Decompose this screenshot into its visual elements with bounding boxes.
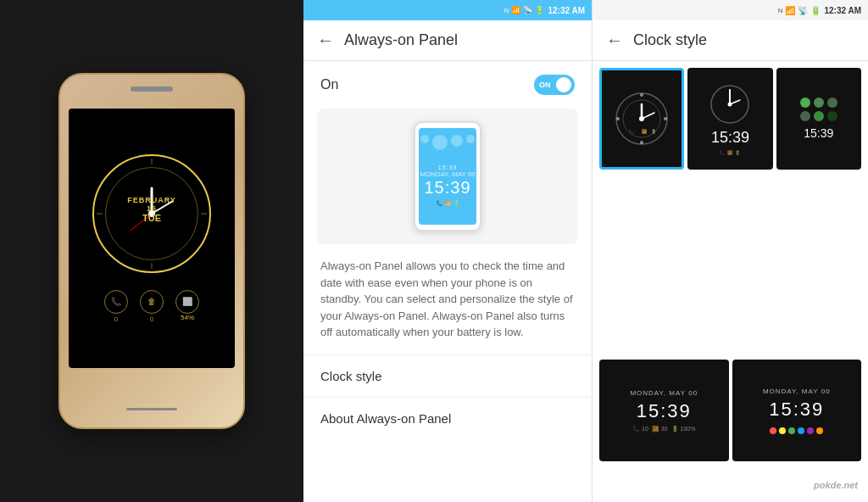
clock-2-time: 15:39 (711, 129, 749, 147)
preview-date-label: 15:39 (438, 165, 458, 170)
bubble-4 (466, 135, 475, 143)
color-dot-yellow (779, 427, 786, 434)
clock-thumb-5-inner: MONDAY, MAY 00 15:39 (732, 360, 862, 461)
nfc-icon: N (504, 7, 509, 14)
analog-clock-1: 📞 📶 🔋 (612, 89, 671, 148)
svg-text:🔋: 🔋 (651, 129, 657, 135)
clock-style-3-color-dots[interactable]: 15:39 (776, 68, 861, 170)
phone-speaker (131, 86, 173, 92)
right-status-icons: N 📶 📡 🔋 (778, 6, 821, 15)
preview-icon-2: 📶 (445, 200, 451, 206)
right-back-arrow-button[interactable]: ← (606, 31, 623, 50)
clock-thumb-2-inner: 15:39 📞 📶 🔋 (687, 68, 772, 170)
panel-header: ← Always-on Panel (303, 20, 592, 61)
phone-icon-battery: ⬜ (175, 290, 199, 314)
preview-box: 15:39 MONDAY, MAY 00 15:39 📞 📶 🔋 (317, 109, 578, 244)
toggle-row: On ON (303, 61, 592, 109)
phone-screen: FEBRUARY 16 TUE 📞 0 🗑 0 (69, 109, 235, 368)
battery-percentage: 54% (181, 314, 194, 321)
right-panel-header: ← Clock style (593, 20, 868, 61)
svg-point-23 (728, 102, 732, 106)
svg-point-11 (640, 141, 643, 144)
color-dot-orange (816, 427, 823, 434)
preview-time-area: 15:39 MONDAY, MAY 00 15:39 📞 📶 🔋 (420, 165, 476, 206)
clock-4-time: 15:39 (637, 400, 692, 422)
wifi-icon: 📡 (523, 6, 532, 14)
dot-darkgreen (814, 111, 824, 121)
watermark-area: pokde.net (593, 468, 868, 502)
right-panel-title: Clock style (633, 31, 707, 49)
svg-text:📶: 📶 (642, 129, 648, 135)
preview-day: MONDAY, MAY 00 (420, 170, 476, 178)
description-text: Always-on Panel allows you to check the … (303, 258, 592, 354)
dot-darkestgreen (827, 111, 837, 121)
phone-device: FEBRUARY 16 TUE 📞 0 🗑 0 (58, 73, 245, 429)
phone-screen-icons: 📞 0 🗑 0 ⬜ 54% (104, 290, 199, 323)
color-dot-grid (800, 98, 837, 121)
signal-icon: 📶 (511, 6, 520, 14)
clock-style-menu-item[interactable]: Clock style (303, 354, 592, 397)
clock-style-grid: 📞 📶 🔋 15:39 📞 📶 🔋 (593, 61, 868, 360)
clock-thumb-4-inner: MONDAY, MAY 00 15:39 📞 10 📶 30 🔋 100% (599, 360, 729, 461)
bubble-row (419, 135, 476, 150)
toggle-label: On (320, 77, 338, 92)
preview-screen: 15:39 MONDAY, MAY 00 15:39 📞 📶 🔋 (419, 128, 476, 225)
clock-style-1-analog[interactable]: 📞 📶 🔋 (599, 68, 684, 170)
right-nfc-icon: N (778, 7, 783, 14)
dot-green-1 (800, 98, 810, 108)
battery-icon: 🔋 (535, 6, 544, 14)
toggle-on-text: ON (539, 81, 551, 89)
phone-home-indicator (126, 408, 177, 410)
about-panel-menu-item[interactable]: About Always-on Panel (303, 397, 592, 439)
preview-status-icons: 📞 📶 🔋 (437, 200, 459, 206)
svg-point-13 (664, 117, 667, 120)
color-dot-purple (807, 427, 814, 434)
clock-center-info: FEBRUARY 16 TUE (122, 204, 181, 223)
clock-style-bottom-row: MONDAY, MAY 00 15:39 📞 10 📶 30 🔋 100% MO… (593, 360, 868, 468)
clock-3-time: 15:39 (804, 126, 833, 140)
panel-content: On ON 15:39 MONDA (303, 61, 592, 502)
clock-style-5-digital-colorful[interactable]: MONDAY, MAY 00 15:39 (732, 360, 862, 461)
dot-green-2 (814, 98, 824, 108)
back-arrow-button[interactable]: ← (317, 31, 334, 50)
preview-phone: 15:39 MONDAY, MAY 00 15:39 📞 📶 🔋 (414, 121, 481, 231)
always-on-panel-settings: N 📶 📡 🔋 12:32 AM ← Always-on Panel On ON (303, 0, 592, 502)
clock-5-time: 15:39 (769, 399, 824, 421)
phone-icon-trash: 🗑 (140, 290, 164, 314)
preview-icon-3: 🔋 (453, 200, 459, 206)
clock-style-4-digital-plain[interactable]: MONDAY, MAY 00 15:39 📞 10 📶 30 🔋 100% (599, 360, 729, 461)
color-dot-red (770, 427, 776, 434)
clock-day: TUE (122, 213, 181, 223)
status-time: 12:32 AM (548, 6, 585, 15)
left-phone-panel: FEBRUARY 16 TUE 📞 0 🗑 0 (0, 0, 303, 502)
preview-time: 15:39 (424, 178, 470, 198)
on-toggle[interactable]: ON (534, 75, 575, 95)
bubble-2 (432, 135, 448, 150)
clock-thumb-3-inner: 15:39 (776, 68, 861, 170)
middle-status-bar: N 📶 📡 🔋 12:32 AM (303, 0, 592, 20)
clock-style-panel: N 📶 📡 🔋 12:32 AM ← Clock style (592, 0, 868, 502)
phone-body: FEBRUARY 16 TUE 📞 0 🗑 0 (58, 73, 245, 429)
clock-style-2-analog-digital[interactable]: 15:39 📞 📶 🔋 (687, 68, 772, 170)
svg-point-16 (639, 116, 644, 121)
color-dot-green (788, 427, 795, 434)
right-signal-icon: 📶 (785, 6, 795, 15)
watch-face: FEBRUARY 16 TUE (92, 154, 211, 273)
color-dot-blue (798, 427, 804, 434)
svg-text:📞: 📞 (629, 129, 635, 135)
right-wifi-icon: 📡 (798, 6, 808, 15)
toggle-knob (556, 77, 571, 92)
dot-green-4 (800, 111, 810, 121)
svg-point-12 (616, 117, 620, 120)
analog-clock-2 (709, 83, 751, 126)
right-status-bar: N 📶 📡 🔋 12:32 AM (593, 0, 868, 20)
right-battery-icon: 🔋 (810, 6, 821, 15)
status-icons: N 📶 📡 🔋 (504, 6, 545, 14)
clock-5-day: MONDAY, MAY 00 (763, 388, 831, 395)
bubble-3 (451, 135, 463, 147)
bubble-1 (420, 135, 429, 143)
clock-4-day: MONDAY, MAY 00 (630, 389, 698, 397)
clock-date: FEBRUARY 16 (122, 196, 181, 213)
clock-5-color-dots (770, 427, 823, 434)
phone-icon-phone: 📞 (104, 290, 128, 314)
